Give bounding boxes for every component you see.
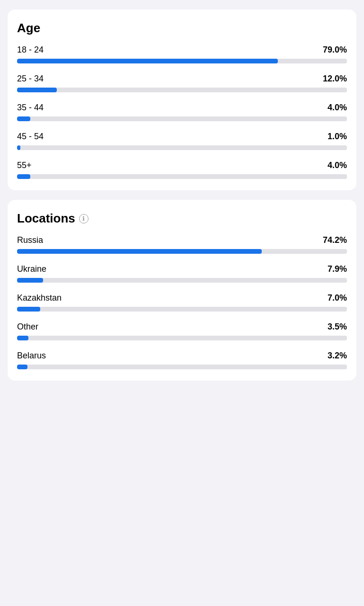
location-bar-fill [17,307,40,312]
location-item-header: Belarus 3.2% [17,351,347,361]
age-items-container: 18 - 24 79.0% 25 - 34 12.0% 35 - 44 4.0% [17,45,347,179]
location-item: Belarus 3.2% [17,351,347,369]
location-item-header: Other 3.5% [17,322,347,332]
age-item-value: 1.0% [328,132,347,142]
location-bar-fill [17,278,43,283]
location-item-label: Ukraine [17,264,46,274]
location-item-label: Other [17,322,38,332]
location-item-value: 3.2% [328,351,347,361]
age-item-label: 45 - 54 [17,132,44,142]
age-item-value: 79.0% [323,45,347,55]
age-item-label: 18 - 24 [17,45,44,55]
age-bar-track [17,174,347,179]
age-item-value: 4.0% [328,160,347,170]
age-bar-fill [17,59,278,63]
age-section-title: Age [17,21,347,36]
location-bar-fill [17,336,28,340]
age-item-value: 4.0% [328,103,347,113]
age-bar-track [17,59,347,63]
location-bar-track [17,307,347,312]
location-item: Other 3.5% [17,322,347,340]
locations-items-container: Russia 74.2% Ukraine 7.9% Kazakhstan 7.0… [17,235,347,369]
age-title-text: Age [17,21,40,36]
age-bar-track [17,88,347,92]
age-item-header: 35 - 44 4.0% [17,103,347,113]
age-item-label: 25 - 34 [17,74,44,84]
location-bar-track [17,365,347,369]
age-item-label: 55+ [17,160,32,170]
locations-info-icon[interactable]: ℹ [79,214,89,223]
age-item-header: 25 - 34 12.0% [17,74,347,84]
age-bar-fill [17,88,57,92]
locations-section-title: Locations ℹ [17,211,347,226]
age-bar-fill [17,145,20,150]
location-item-header: Russia 74.2% [17,235,347,245]
location-item-label: Kazakhstan [17,293,62,303]
age-bar-fill [17,116,30,121]
location-item-value: 7.0% [328,293,347,303]
location-item-header: Kazakhstan 7.0% [17,293,347,303]
location-item-label: Belarus [17,351,46,361]
locations-card: Locations ℹ Russia 74.2% Ukraine 7.9% Ka… [8,200,356,381]
location-item-value: 3.5% [328,322,347,332]
age-bar-track [17,145,347,150]
location-item: Kazakhstan 7.0% [17,293,347,312]
location-bar-fill [17,249,262,254]
location-item-value: 7.9% [328,264,347,274]
location-bar-track [17,249,347,254]
location-item-value: 74.2% [323,235,347,245]
age-card: Age 18 - 24 79.0% 25 - 34 12.0% 35 - 44 … [8,9,356,190]
age-item: 35 - 44 4.0% [17,103,347,121]
location-item: Russia 74.2% [17,235,347,254]
age-item-header: 45 - 54 1.0% [17,132,347,142]
location-item-header: Ukraine 7.9% [17,264,347,274]
age-bar-track [17,116,347,121]
age-item-header: 55+ 4.0% [17,160,347,170]
location-item-label: Russia [17,235,43,245]
age-item-header: 18 - 24 79.0% [17,45,347,55]
age-bar-fill [17,174,30,179]
age-item: 55+ 4.0% [17,160,347,179]
location-bar-fill [17,365,27,369]
age-item: 45 - 54 1.0% [17,132,347,150]
location-bar-track [17,278,347,283]
locations-title-text: Locations [17,211,75,226]
age-item: 18 - 24 79.0% [17,45,347,63]
age-item-label: 35 - 44 [17,103,44,113]
age-item-value: 12.0% [323,74,347,84]
age-item: 25 - 34 12.0% [17,74,347,92]
location-item: Ukraine 7.9% [17,264,347,283]
location-bar-track [17,336,347,340]
